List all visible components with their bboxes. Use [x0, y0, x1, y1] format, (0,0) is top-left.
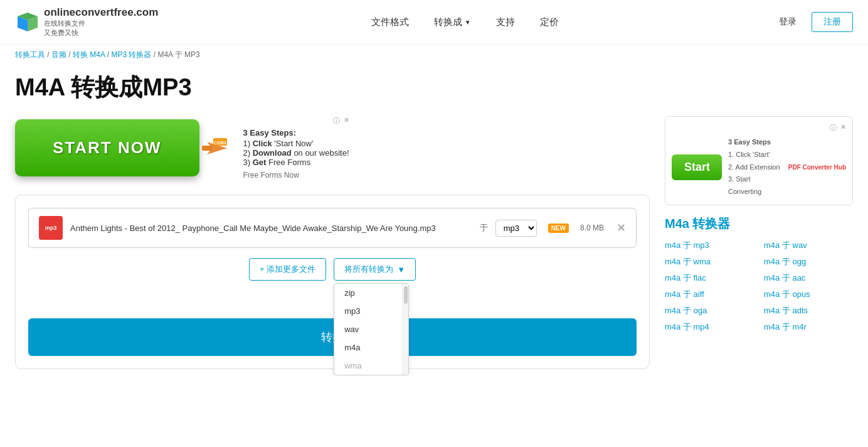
file-row: mp3 Anthem Lights - Best of 2012_ Paypho… — [28, 208, 637, 248]
breadcrumb-item-3[interactable]: 转换 M4A — [73, 50, 105, 59]
link-m4a-mp4[interactable]: m4a 于 mp4 — [665, 321, 754, 333]
pdf-converter-label: PDF Converter Hub — [788, 164, 846, 171]
free-forms-label: Free Forms Now — [243, 171, 349, 180]
breadcrumb-current: M4A 于 MP3 — [157, 50, 199, 59]
sidebar-close-icon[interactable]: ✕ — [840, 123, 846, 132]
breadcrumb: 转换工具 / 音频 / 转换 M4A / MP3 转换器 / M4A 于 MP3 — [0, 45, 868, 65]
dropdown-item-zip[interactable]: zip — [334, 284, 402, 302]
link-m4a-aiff[interactable]: m4a 于 aiff — [665, 289, 754, 300]
sidebar-steps-info: 3 Easy Steps 1. Click 'Start' 2. Add Ext… — [728, 136, 782, 198]
ad-banner: START NOW CONV ⓘ ✕ 3 Easy Steps: 1) Clic… — [15, 116, 650, 180]
format-dropdown: zip mp3 wav m4a wma — [334, 283, 409, 375]
link-m4a-ogg[interactable]: m4a 于 ogg — [764, 256, 853, 267]
add-files-button[interactable]: + 添加更多文件 — [249, 258, 326, 281]
step-1: 1) Click 1) Click 'Start Now''Start Now' — [243, 139, 349, 148]
logo-sub2: 又免费又快 — [44, 28, 158, 38]
main-nav: 文件格式 转换成 ▼ 支持 定价 — [158, 16, 771, 28]
dropdown-item-wma[interactable]: wma — [334, 357, 402, 375]
steps-info: ⓘ ✕ 3 Easy Steps: 1) Click 1) Click 'Sta… — [243, 116, 349, 180]
convert-button[interactable]: 转换 — [28, 318, 637, 356]
format-select[interactable]: mp3 wav m4a wma zip — [495, 220, 537, 237]
logo-title: onlineconvertfree.com — [44, 6, 158, 18]
dropdown-item-mp3[interactable]: mp3 — [334, 302, 402, 320]
step-2: 2) Download on our website! — [243, 148, 349, 158]
link-m4a-opus[interactable]: m4a 于 opus — [764, 289, 853, 300]
file-name: Anthem Lights - Best of 2012_ Payphone_C… — [70, 223, 472, 233]
to-label: 于 — [480, 222, 488, 234]
converter-links-grid: m4a 于 mp3 m4a 于 wav m4a 于 wma m4a 于 ogg … — [665, 240, 853, 333]
chevron-down-icon: ▼ — [465, 19, 471, 26]
sidebar-start-button[interactable]: Start — [672, 154, 722, 180]
link-m4a-wma[interactable]: m4a 于 wma — [665, 256, 754, 267]
breadcrumb-item-1[interactable]: 转换工具 — [15, 50, 45, 59]
register-button[interactable]: 注册 — [812, 12, 853, 32]
link-m4a-wav[interactable]: m4a 于 wav — [764, 240, 853, 251]
link-m4a-m4r[interactable]: m4a 于 m4r — [764, 321, 853, 333]
new-badge: NEW — [548, 223, 569, 233]
start-now-button[interactable]: START NOW — [15, 119, 199, 176]
chevron-down-icon: ▼ — [397, 265, 405, 274]
svg-rect-5 — [202, 146, 212, 151]
nav-item-pricing[interactable]: 定价 — [540, 16, 559, 28]
dropdown-item-m4a[interactable]: m4a — [334, 338, 402, 357]
login-button[interactable]: 登录 — [771, 13, 804, 31]
arrow-icon: CONV — [201, 132, 233, 164]
converter-box: mp3 Anthem Lights - Best of 2012_ Paypho… — [15, 195, 650, 369]
sidebar-info-icon: ⓘ — [830, 123, 837, 132]
steps-title: 3 Easy Steps: — [243, 128, 349, 137]
converter-section-title: M4a 转换器 — [665, 215, 853, 232]
sidebar-ad: ⓘ ✕ Start 3 Easy Steps 1. Click 'Start' … — [665, 116, 853, 205]
step-3: 3) Get Free Forms — [243, 158, 349, 167]
close-ad-icon[interactable]: ✕ — [344, 116, 349, 126]
link-m4a-oga[interactable]: m4a 于 oga — [665, 305, 754, 316]
page-title: M4A 转换成MP3 — [0, 65, 868, 116]
nav-item-support[interactable]: 支持 — [496, 16, 515, 28]
logo-icon — [15, 10, 39, 34]
dropdown-item-wav[interactable]: wav — [334, 320, 402, 338]
link-m4a-adts[interactable]: m4a 于 adts — [764, 305, 853, 316]
info-icon: ⓘ — [333, 116, 340, 126]
breadcrumb-item-4[interactable]: MP3 转换器 — [111, 50, 151, 59]
nav-item-convert[interactable]: 转换成 ▼ — [434, 16, 471, 28]
logo-sub1: 在线转换文件 — [44, 19, 158, 28]
remove-file-button[interactable]: ✕ — [617, 221, 626, 235]
right-sidebar: ⓘ ✕ Start 3 Easy Steps 1. Click 'Start' … — [665, 116, 853, 333]
logo-text-block: onlineconvertfree.com 在线转换文件 又免费又快 — [44, 6, 158, 38]
nav-item-file-format[interactable]: 文件格式 — [371, 16, 409, 28]
header-actions: 登录 注册 — [771, 12, 853, 32]
logo-area: onlineconvertfree.com 在线转换文件 又免费又快 — [15, 6, 158, 38]
file-type-icon: mp3 — [39, 216, 63, 240]
svg-text:CONV: CONV — [213, 141, 226, 145]
converter-links-section: M4a 转换器 m4a 于 mp3 m4a 于 wav m4a 于 wma m4… — [665, 215, 853, 333]
action-row: + 添加更多文件 将所有转换为 ▼ zip mp3 wav m4a — [28, 258, 637, 281]
convert-to-button[interactable]: 将所有转换为 ▼ — [334, 258, 416, 281]
file-size: 8.0 MB — [580, 223, 604, 232]
breadcrumb-item-2[interactable]: 音频 — [51, 50, 66, 59]
link-m4a-mp3[interactable]: m4a 于 mp3 — [665, 240, 754, 251]
header: onlineconvertfree.com 在线转换文件 又免费又快 文件格式 … — [0, 0, 868, 45]
link-m4a-flac[interactable]: m4a 于 flac — [665, 272, 754, 284]
convert-btn-row: 转换 — [28, 318, 637, 356]
link-m4a-aac[interactable]: m4a 于 aac — [764, 272, 853, 284]
